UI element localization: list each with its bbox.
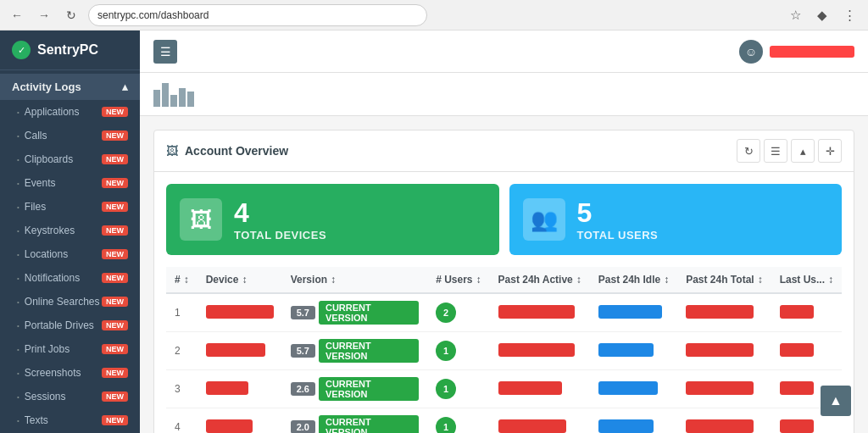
col-last[interactable]: Last Us... ↕ bbox=[771, 267, 842, 293]
sidebar-item-online-searches[interactable]: • Online Searches NEW bbox=[0, 290, 140, 314]
list-view-button[interactable]: ☰ bbox=[764, 139, 787, 163]
devices-table-container: # ↕ Device ↕ Version ↕ # Users ↕ bbox=[154, 267, 854, 433]
expand-button[interactable]: ✛ bbox=[818, 139, 842, 163]
sidebar-item-notifications[interactable]: • Notifications NEW bbox=[0, 266, 140, 290]
extensions-button[interactable]: ◆ bbox=[810, 3, 834, 27]
col-version[interactable]: Version ↕ bbox=[282, 267, 427, 293]
sessions-label: Sessions bbox=[25, 391, 66, 402]
sidebar-item-applications[interactable]: • Applications NEW bbox=[0, 100, 140, 124]
row-4-users: 1 bbox=[427, 408, 489, 434]
row-1-total bbox=[677, 293, 771, 332]
sort-icon: ↕ bbox=[184, 274, 189, 286]
row-4-total bbox=[677, 408, 771, 434]
row-2-idle bbox=[590, 332, 677, 370]
sidebar-item-sessions[interactable]: • Sessions NEW bbox=[0, 385, 140, 408]
dot-icon: • bbox=[17, 203, 19, 211]
row-3-version: 2.6 CURRENT VERSION bbox=[282, 370, 427, 408]
collapse-button[interactable]: ▴ bbox=[791, 139, 815, 163]
sort-icon: ↕ bbox=[576, 274, 581, 286]
reload-button[interactable]: ↻ bbox=[61, 5, 81, 25]
row-2-version: 5.7 CURRENT VERSION bbox=[282, 332, 427, 370]
card-header: 🖼 Account Overview ↻ ☰ ▴ ✛ bbox=[154, 130, 854, 172]
user-avatar: ☺ bbox=[739, 40, 763, 64]
col-total[interactable]: Past 24h Total ↕ bbox=[677, 267, 771, 293]
row-2-device bbox=[198, 332, 282, 370]
stats-row: 🖼 4 TOTAL DEVICES 👥 5 TOTAL USERS bbox=[154, 172, 854, 267]
sidebar-item-clipboards[interactable]: • Clipboards NEW bbox=[0, 147, 140, 171]
row-4-active bbox=[490, 408, 590, 434]
new-badge: NEW bbox=[102, 154, 128, 164]
table-row: 3 2.6 CURRENT VERSION bbox=[166, 370, 842, 408]
row-3-active bbox=[490, 370, 590, 408]
users-icon: 👥 bbox=[523, 198, 565, 241]
back-button[interactable]: ← bbox=[7, 5, 27, 25]
table-header-row: # ↕ Device ↕ Version ↕ # Users ↕ bbox=[166, 267, 842, 293]
sidebar-item-locations[interactable]: • Locations NEW bbox=[0, 242, 140, 266]
events-label: Events bbox=[25, 177, 56, 189]
devices-value: 4 bbox=[234, 197, 326, 229]
address-bar[interactable] bbox=[88, 4, 427, 26]
sidebar-item-files[interactable]: • Files NEW bbox=[0, 195, 140, 219]
row-1-device bbox=[198, 293, 282, 332]
sidebar-item-portable-drives[interactable]: • Portable Drives NEW bbox=[0, 314, 140, 337]
new-badge: NEW bbox=[102, 107, 128, 117]
new-badge: NEW bbox=[102, 368, 128, 378]
bookmark-button[interactable]: ☆ bbox=[783, 3, 807, 27]
sort-icon: ↕ bbox=[664, 274, 669, 286]
row-3-idle bbox=[590, 370, 677, 408]
row-4-idle bbox=[590, 408, 677, 434]
dot-icon: • bbox=[17, 180, 19, 187]
sidebar-item-texts[interactable]: • Texts NEW bbox=[0, 408, 140, 432]
scroll-top-button[interactable]: ▲ bbox=[821, 386, 851, 416]
dot-icon: • bbox=[17, 298, 19, 306]
devices-label: TOTAL DEVICES bbox=[234, 229, 326, 241]
logo-icon: ✓ bbox=[12, 41, 31, 59]
col-users[interactable]: # Users ↕ bbox=[427, 267, 489, 293]
portable-drives-label: Portable Drives bbox=[25, 319, 94, 331]
content-area: 🖼 Account Overview ↻ ☰ ▴ ✛ 🖼 bbox=[140, 116, 868, 433]
app-layout: ✓ SentryPC Activity Logs ▴ • Application… bbox=[0, 31, 868, 433]
dot-icon: • bbox=[17, 346, 19, 353]
calls-label: Calls bbox=[25, 130, 47, 142]
print-jobs-label: Print Jobs bbox=[25, 343, 70, 355]
sidebar-item-print-jobs[interactable]: • Print Jobs NEW bbox=[0, 337, 140, 361]
forward-button[interactable]: → bbox=[34, 5, 54, 25]
new-badge: NEW bbox=[102, 297, 128, 307]
users-value: 5 bbox=[577, 197, 659, 229]
main-content: ☰ ☺ 🖼 Accou bbox=[140, 31, 868, 433]
row-4-num: 4 bbox=[166, 408, 198, 434]
col-active[interactable]: Past 24h Active ↕ bbox=[490, 267, 590, 293]
dot-icon: • bbox=[17, 275, 19, 282]
new-badge: NEW bbox=[102, 225, 128, 236]
chevron-up-icon: ▴ bbox=[122, 80, 128, 93]
menu-button[interactable]: ⋮ bbox=[837, 3, 861, 27]
col-device[interactable]: Device ↕ bbox=[198, 267, 282, 293]
sidebar-item-calls[interactable]: • Calls NEW bbox=[0, 124, 140, 147]
sort-icon: ↕ bbox=[242, 274, 247, 286]
row-1-users: 2 bbox=[427, 293, 489, 332]
table-row: 4 2.0 CURRENT VERSION bbox=[166, 408, 842, 434]
dot-icon: • bbox=[17, 417, 19, 425]
devices-table: # ↕ Device ↕ Version ↕ # Users ↕ bbox=[166, 267, 842, 433]
dot-icon: • bbox=[17, 227, 19, 235]
sidebar-item-events[interactable]: • Events NEW bbox=[0, 171, 140, 195]
page-banner bbox=[140, 73, 868, 116]
row-4-device bbox=[198, 408, 282, 434]
menu-toggle-button[interactable]: ☰ bbox=[153, 40, 177, 64]
sidebar-item-keystrokes[interactable]: • Keystrokes NEW bbox=[0, 219, 140, 242]
card-title: Account Overview bbox=[185, 144, 288, 158]
files-label: Files bbox=[25, 201, 46, 213]
col-num[interactable]: # ↕ bbox=[166, 267, 198, 293]
account-overview-card: 🖼 Account Overview ↻ ☰ ▴ ✛ 🖼 bbox=[153, 130, 854, 433]
sidebar-item-screenshots[interactable]: • Screenshots NEW bbox=[0, 361, 140, 385]
row-1-active bbox=[490, 293, 590, 332]
applications-label: Applications bbox=[25, 106, 80, 118]
sidebar-item-activity-logs[interactable]: Activity Logs ▴ bbox=[0, 74, 140, 100]
row-4-version: 2.0 CURRENT VERSION bbox=[282, 408, 427, 434]
refresh-button[interactable]: ↻ bbox=[737, 139, 760, 163]
locations-label: Locations bbox=[25, 248, 68, 260]
row-3-device bbox=[198, 370, 282, 408]
row-1-last bbox=[771, 293, 842, 332]
col-idle[interactable]: Past 24h Idle ↕ bbox=[590, 267, 677, 293]
activity-chart-stub bbox=[153, 81, 204, 107]
